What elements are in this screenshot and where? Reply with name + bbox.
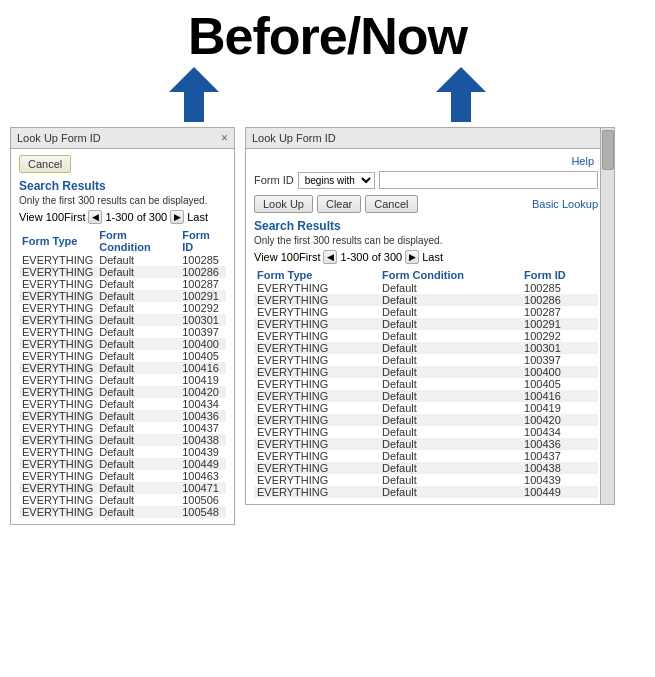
basic-lookup-link[interactable]: Basic Lookup (532, 198, 598, 210)
table-cell: EVERYTHING (19, 458, 96, 470)
right-table-header: Form Type Form Condition Form ID (254, 268, 598, 282)
clear-button[interactable]: Clear (317, 195, 361, 213)
table-row[interactable]: EVERYTHINGDefault100397 (254, 354, 598, 366)
left-cancel-button[interactable]: Cancel (19, 155, 71, 173)
action-buttons-row: Look Up Clear Cancel Basic Lookup (254, 195, 598, 213)
form-id-select[interactable]: begins with (298, 172, 375, 189)
scrollbar-thumb[interactable] (602, 130, 614, 170)
table-row[interactable]: EVERYTHINGDefault100416 (19, 362, 226, 374)
table-row[interactable]: EVERYTHINGDefault100405 (254, 378, 598, 390)
table-row[interactable]: EVERYTHINGDefault100434 (19, 398, 226, 410)
right-prev-arrow[interactable]: ◀ (323, 250, 337, 264)
table-cell: Default (96, 398, 179, 410)
table-cell: EVERYTHING (254, 378, 379, 390)
table-cell: 100434 (179, 398, 226, 410)
table-row[interactable]: EVERYTHINGDefault100419 (254, 402, 598, 414)
table-cell: EVERYTHING (254, 342, 379, 354)
table-row[interactable]: EVERYTHINGDefault100434 (254, 426, 598, 438)
table-cell: EVERYTHING (19, 386, 96, 398)
table-row[interactable]: EVERYTHINGDefault100420 (254, 414, 598, 426)
right-next-arrow[interactable]: ▶ (405, 250, 419, 264)
table-cell: EVERYTHING (254, 426, 379, 438)
table-cell: EVERYTHING (19, 326, 96, 338)
left-range: 1-300 of 300 (105, 211, 167, 223)
table-row[interactable]: EVERYTHINGDefault100287 (19, 278, 226, 290)
table-row[interactable]: EVERYTHINGDefault100285 (19, 254, 226, 266)
table-row[interactable]: EVERYTHINGDefault100286 (254, 294, 598, 306)
table-cell: Default (379, 366, 521, 378)
table-cell: 100506 (179, 494, 226, 506)
table-row[interactable]: EVERYTHINGDefault100463 (19, 470, 226, 482)
table-cell: 100405 (179, 350, 226, 362)
table-row[interactable]: EVERYTHINGDefault100436 (19, 410, 226, 422)
table-cell: EVERYTHING (19, 470, 96, 482)
table-row[interactable]: EVERYTHINGDefault100292 (254, 330, 598, 342)
table-row[interactable]: EVERYTHINGDefault100285 (254, 282, 598, 294)
table-cell: EVERYTHING (254, 330, 379, 342)
table-cell: Default (379, 438, 521, 450)
table-cell: 100436 (521, 438, 598, 450)
form-id-input[interactable] (379, 171, 598, 189)
left-next-arrow[interactable]: ▶ (170, 210, 184, 224)
table-row[interactable]: EVERYTHINGDefault100400 (19, 338, 226, 350)
table-row[interactable]: EVERYTHINGDefault100439 (254, 474, 598, 486)
table-cell: 100400 (521, 366, 598, 378)
table-row[interactable]: EVERYTHINGDefault100438 (254, 462, 598, 474)
table-cell: EVERYTHING (254, 390, 379, 402)
right-scrollbar[interactable] (600, 128, 614, 504)
right-search-results-note: Only the first 300 results can be displa… (254, 235, 598, 246)
left-col-form-type: Form Type (19, 228, 96, 254)
table-cell: 100471 (179, 482, 226, 494)
table-cell: 100419 (521, 402, 598, 414)
table-row[interactable]: EVERYTHINGDefault100405 (19, 350, 226, 362)
table-row[interactable]: EVERYTHINGDefault100397 (19, 326, 226, 338)
table-cell: EVERYTHING (254, 282, 379, 294)
page-title: Before/Now (0, 0, 655, 67)
table-cell: 100416 (521, 390, 598, 402)
left-col-form-condition: Form Condition (96, 228, 179, 254)
table-row[interactable]: EVERYTHINGDefault100548 (19, 506, 226, 518)
right-panel-title: Look Up Form ID (252, 132, 336, 144)
table-cell: Default (379, 402, 521, 414)
svg-marker-1 (436, 67, 486, 122)
table-cell: 100438 (179, 434, 226, 446)
table-cell: 100292 (179, 302, 226, 314)
table-row[interactable]: EVERYTHINGDefault100437 (19, 422, 226, 434)
table-cell: EVERYTHING (19, 290, 96, 302)
table-row[interactable]: EVERYTHINGDefault100437 (254, 450, 598, 462)
table-row[interactable]: EVERYTHINGDefault100436 (254, 438, 598, 450)
cancel-button[interactable]: Cancel (365, 195, 417, 213)
left-search-results-title: Search Results (19, 179, 226, 193)
table-row[interactable]: EVERYTHINGDefault100420 (19, 386, 226, 398)
table-row[interactable]: EVERYTHINGDefault100286 (19, 266, 226, 278)
table-row[interactable]: EVERYTHINGDefault100439 (19, 446, 226, 458)
table-cell: 100292 (521, 330, 598, 342)
left-panel-close[interactable]: × (221, 131, 228, 145)
table-row[interactable]: EVERYTHINGDefault100301 (19, 314, 226, 326)
table-row[interactable]: EVERYTHINGDefault100438 (19, 434, 226, 446)
table-row[interactable]: EVERYTHINGDefault100416 (254, 390, 598, 402)
table-row[interactable]: EVERYTHINGDefault100291 (19, 290, 226, 302)
table-row[interactable]: EVERYTHINGDefault100419 (19, 374, 226, 386)
table-cell: 100439 (521, 474, 598, 486)
lookup-button[interactable]: Look Up (254, 195, 313, 213)
table-cell: 100419 (179, 374, 226, 386)
table-row[interactable]: EVERYTHINGDefault100301 (254, 342, 598, 354)
table-row[interactable]: EVERYTHINGDefault100400 (254, 366, 598, 378)
table-row[interactable]: EVERYTHINGDefault100287 (254, 306, 598, 318)
left-prev-arrow[interactable]: ◀ (88, 210, 102, 224)
table-cell: 100420 (179, 386, 226, 398)
table-row[interactable]: EVERYTHINGDefault100449 (19, 458, 226, 470)
table-cell: Default (379, 426, 521, 438)
table-row[interactable]: EVERYTHINGDefault100449 (254, 486, 598, 498)
right-table-body: EVERYTHINGDefault100285EVERYTHINGDefault… (254, 282, 598, 498)
table-cell: 100397 (521, 354, 598, 366)
table-row[interactable]: EVERYTHINGDefault100291 (254, 318, 598, 330)
table-cell: EVERYTHING (254, 366, 379, 378)
table-row[interactable]: EVERYTHINGDefault100292 (19, 302, 226, 314)
help-row: Help (254, 155, 598, 167)
table-cell: Default (96, 482, 179, 494)
table-row[interactable]: EVERYTHINGDefault100471 (19, 482, 226, 494)
help-link[interactable]: Help (571, 155, 594, 167)
table-row[interactable]: EVERYTHINGDefault100506 (19, 494, 226, 506)
